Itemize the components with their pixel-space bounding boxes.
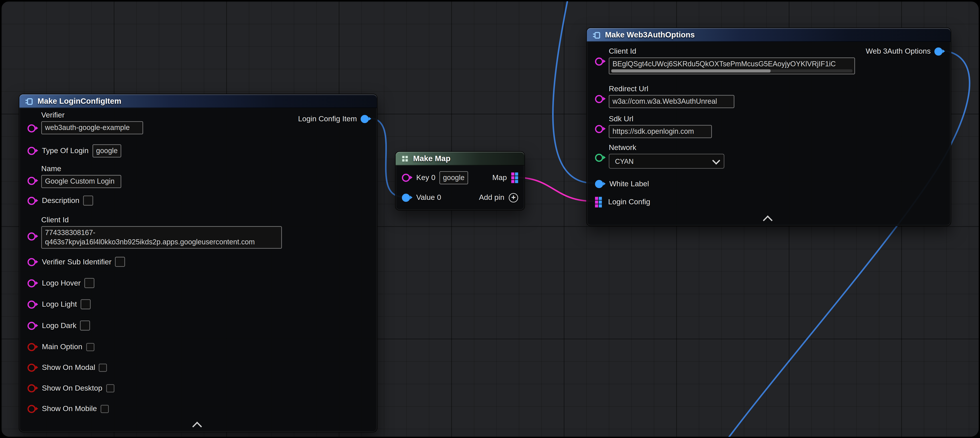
pin-label: Redirect Url — [609, 84, 735, 93]
name-input[interactable]: Google Custom Login — [41, 175, 121, 188]
verifier-input[interactable]: web3auth-google-example — [41, 121, 143, 134]
chevron-up-icon — [192, 422, 202, 432]
pin-label: Sdk Url — [609, 115, 712, 123]
network-dropdown[interactable]: CYAN — [609, 154, 725, 169]
logo-hover-input[interactable] — [84, 278, 94, 288]
white-label-input-pin[interactable] — [595, 180, 606, 188]
logo-light-input[interactable] — [81, 299, 91, 309]
show-on-modal-input-pin[interactable] — [28, 363, 38, 371]
pin-label: White Label — [609, 179, 649, 188]
pin-label: Map — [492, 173, 507, 182]
pin-row-logo-dark: Logo Dark — [28, 317, 90, 334]
network-input-pin[interactable] — [595, 154, 606, 162]
pin-label: Logo Hover — [42, 279, 81, 287]
map-output-group: Map — [492, 172, 518, 183]
client-id-scrollbar-thumb[interactable] — [611, 69, 771, 73]
pin-row-sdk-url: Sdk Url https://sdk.openlogin.com — [609, 115, 712, 138]
pin-row-name: Name Google Custom Login — [41, 164, 121, 188]
pin-label: Logo Dark — [42, 321, 76, 330]
sdk-url-input[interactable]: https://sdk.openlogin.com — [609, 125, 712, 138]
chevron-up-icon — [763, 215, 772, 225]
description-input-pin[interactable] — [28, 196, 38, 204]
node-make-web3authoptions[interactable]: Make Web3AuthOptions Web 3Auth Options C… — [586, 28, 951, 226]
pin-row-value-0: Value 0 Add pin — [396, 191, 525, 204]
pin-row-logo-light: Logo Light — [28, 296, 91, 312]
add-pin-group: Add pin — [479, 193, 518, 202]
client-id-input-pin[interactable] — [595, 57, 606, 65]
pin-label: Name — [41, 164, 121, 173]
show-on-desktop-checkbox[interactable] — [106, 384, 115, 392]
redirect-url-input[interactable]: w3a://com.w3a.Web3AuthUnreal — [609, 95, 735, 108]
pin-row-network: Network CYAN — [609, 143, 725, 169]
network-dropdown-value: CYAN — [615, 157, 634, 165]
pin-row-show-on-modal: Show On Modal — [28, 359, 107, 376]
add-pin-label: Add pin — [479, 193, 504, 202]
blueprint-editor: Make LoginConfigItem Login Config Item V… — [0, 0, 980, 438]
node-make-loginconfigitem[interactable]: Make LoginConfigItem Login Config Item V… — [19, 94, 377, 432]
pin-label: Client Id — [609, 47, 855, 56]
type-of-login-input-pin[interactable] — [28, 147, 38, 154]
main-option-input-pin[interactable] — [28, 343, 38, 351]
collapse-button[interactable] — [587, 216, 951, 223]
value-0-input-pin[interactable] — [402, 193, 412, 201]
logo-light-input-pin[interactable] — [28, 300, 38, 308]
pin-row-show-on-desktop: Show On Desktop — [28, 380, 115, 396]
pin-label: Show On Modal — [42, 363, 95, 372]
key-0-input-pin[interactable] — [402, 174, 412, 182]
client-id-input-pin[interactable] — [28, 233, 38, 241]
name-input-pin[interactable] — [28, 177, 38, 185]
type-of-login-input[interactable]: google — [92, 144, 121, 157]
redirect-url-input-pin[interactable] — [595, 95, 606, 103]
pin-label: Verifier Sub Identifier — [42, 258, 111, 266]
node-make-map[interactable]: Make Map Key 0 google Map Value 0 Add pi… — [395, 151, 525, 210]
pin-row-description: Description — [28, 193, 93, 209]
node-header[interactable]: Make Web3AuthOptions — [587, 28, 951, 42]
node-title: Make Web3AuthOptions — [605, 31, 695, 40]
chevron-down-icon — [712, 156, 720, 164]
client-id-input[interactable]: BEglQSgt4cUWcj6SKRdu5QkOXTsePmMcusG5EAoy… — [609, 57, 855, 74]
node-header[interactable]: Make Map — [396, 152, 525, 166]
pin-label: Client Id — [41, 216, 282, 225]
key-0-input[interactable]: google — [439, 171, 468, 184]
client-id-input[interactable]: 774338308167-q463s7kpvja16l4l0kko3nb925i… — [41, 226, 282, 248]
show-on-desktop-input-pin[interactable] — [28, 384, 38, 392]
pin-row-key-0: Key 0 google Map — [396, 170, 525, 184]
pin-label: Description — [42, 196, 80, 205]
make-map-icon — [401, 155, 409, 162]
pin-label: Show On Desktop — [42, 384, 102, 392]
pin-label: Key 0 — [416, 173, 436, 182]
make-struct-icon — [25, 97, 33, 105]
show-on-modal-checkbox[interactable] — [99, 363, 107, 371]
verifier-input-pin[interactable] — [28, 124, 38, 132]
verifier-sub-identifier-input-pin[interactable] — [28, 258, 38, 266]
output-pin-row-login-config-item: Login Config Item — [298, 114, 371, 124]
login-config-input-pin[interactable] — [595, 196, 602, 207]
add-pin-button[interactable] — [509, 193, 518, 202]
logo-dark-input[interactable] — [80, 320, 90, 331]
main-option-checkbox[interactable] — [86, 343, 94, 351]
show-on-mobile-checkbox[interactable] — [100, 405, 109, 413]
logo-dark-input-pin[interactable] — [28, 322, 38, 330]
pin-row-logo-hover: Logo Hover — [28, 275, 95, 291]
description-input[interactable] — [83, 196, 93, 205]
logo-hover-input-pin[interactable] — [28, 279, 38, 287]
collapse-button[interactable] — [19, 422, 377, 428]
login-config-item-output-pin[interactable] — [361, 115, 371, 123]
pin-row-show-on-mobile: Show On Mobile — [28, 401, 109, 417]
client-id-value: BEglQSgt4cUWcj6SKRdu5QkOXTsePmMcusG5EAoy… — [612, 60, 835, 68]
pin-label: Login Config — [608, 197, 650, 206]
web3auth-options-output-pin[interactable] — [934, 47, 945, 55]
pin-label: Logo Light — [42, 300, 77, 309]
pin-row-verifier-sub-identifier: Verifier Sub Identifier — [28, 254, 125, 270]
pin-row-client-id: Client Id BEglQSgt4cUWcj6SKRdu5QkOXTsePm… — [609, 47, 855, 75]
show-on-mobile-input-pin[interactable] — [28, 405, 38, 413]
client-id-scrollbar[interactable] — [611, 69, 853, 73]
blueprint-canvas[interactable]: Make LoginConfigItem Login Config Item V… — [2, 2, 979, 437]
pin-row-login-config: Login Config — [595, 194, 650, 210]
pin-row-white-label: White Label — [595, 175, 649, 192]
pin-label: Type Of Login — [42, 146, 89, 155]
map-output-pin[interactable] — [511, 172, 518, 183]
node-header[interactable]: Make LoginConfigItem — [19, 94, 377, 108]
sdk-url-input-pin[interactable] — [595, 125, 606, 133]
verifier-sub-identifier-input[interactable] — [115, 257, 125, 267]
